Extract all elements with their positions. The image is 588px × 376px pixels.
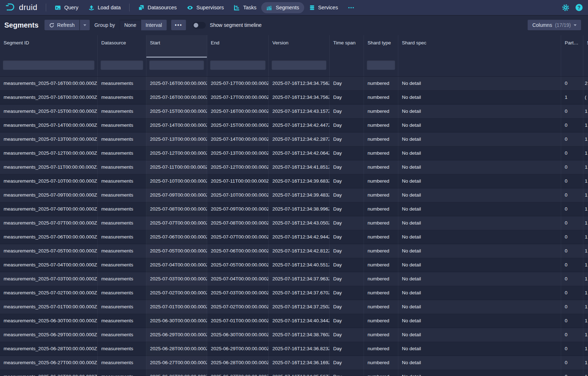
cell-end[interactable]: 2025-07-12T00:00:00.000Z bbox=[207, 160, 269, 174]
column-header-shard_type[interactable]: Shard type bbox=[364, 35, 398, 58]
cell-partition[interactable]: 0 bbox=[561, 146, 583, 160]
cell-time_span[interactable]: Day bbox=[330, 230, 364, 244]
cell-time_span[interactable]: Day bbox=[330, 258, 364, 272]
cell-shard_type[interactable]: numbered bbox=[364, 216, 398, 230]
cell-segment_id[interactable]: measurements_2025-07-07T00:00:00.000Z... bbox=[0, 216, 98, 230]
cell-shard_spec[interactable]: No detail bbox=[398, 146, 561, 160]
cell-shard_type[interactable]: numbered bbox=[364, 174, 398, 188]
cell-size[interactable]: 1 bbox=[583, 244, 588, 258]
cell-time_span[interactable]: Day bbox=[330, 314, 364, 328]
cell-datasource[interactable]: measurements bbox=[98, 258, 146, 272]
filter-input-end[interactable] bbox=[210, 60, 266, 70]
cell-time_span[interactable]: Day bbox=[330, 188, 364, 202]
cell-segment_id[interactable]: measurements_2025-07-02T00:00:00.000Z... bbox=[0, 286, 98, 300]
cell-shard_spec[interactable]: No detail bbox=[398, 119, 561, 132]
cell-partition[interactable]: 0 bbox=[561, 202, 583, 216]
cell-segment_id[interactable]: measurements_2025-06-27T00:00:00.000Z... bbox=[0, 356, 98, 370]
druid-brand[interactable]: druid bbox=[5, 1, 37, 14]
cell-datasource[interactable]: measurements bbox=[98, 342, 146, 356]
cell-shard_spec[interactable]: No detail bbox=[398, 132, 561, 146]
cell-shard_spec[interactable]: No detail bbox=[398, 244, 561, 258]
column-header-version[interactable]: Version bbox=[269, 35, 330, 58]
cell-end[interactable]: 2025-07-16T00:00:00.000Z bbox=[207, 105, 269, 119]
cell-partition[interactable]: 0 bbox=[561, 174, 583, 188]
cell-version[interactable]: 2025-07-16T12:34:42.944Z bbox=[269, 230, 330, 244]
cell-partition[interactable]: 0 bbox=[561, 244, 583, 258]
cell-time_span[interactable]: Day bbox=[330, 300, 364, 314]
cell-shard_spec[interactable]: No detail bbox=[398, 328, 561, 342]
column-header-time_span[interactable]: Time span bbox=[330, 35, 364, 58]
cell-segment_id[interactable]: measurements_2025-07-12T00:00:00.000Z... bbox=[0, 146, 98, 160]
cell-shard_spec[interactable]: No detail bbox=[398, 314, 561, 328]
cell-shard_type[interactable]: numbered bbox=[364, 119, 398, 132]
cell-datasource[interactable]: measurements bbox=[98, 188, 146, 202]
cell-segment_id[interactable]: measurements_2025-07-03T00:00:00.000Z... bbox=[0, 272, 98, 286]
filter-input-shard_type[interactable] bbox=[367, 60, 395, 70]
cell-datasource[interactable]: measurements bbox=[98, 216, 146, 230]
cell-segment_id[interactable]: measurements_2025-07-09T00:00:00.000Z... bbox=[0, 188, 98, 202]
cell-datasource[interactable]: measurements bbox=[98, 174, 146, 188]
cell-end[interactable]: 2025-07-17T00:00:00.000Z bbox=[207, 91, 269, 105]
cell-segment_id[interactable]: measurements_2025-06-26T00:00:00.000Z... bbox=[0, 370, 98, 376]
column-header-datasource[interactable]: Datasource bbox=[98, 35, 146, 58]
cell-start[interactable]: 2025-07-08T00:00:00.000Z bbox=[146, 202, 207, 216]
cell-end[interactable]: 2025-07-13T00:00:00.000Z bbox=[207, 146, 269, 160]
group-by-interval-button[interactable]: Interval bbox=[141, 20, 167, 30]
cell-size[interactable]: 1 bbox=[583, 174, 588, 188]
cell-end[interactable]: 2025-07-05T00:00:00.000Z bbox=[207, 258, 269, 272]
cell-start[interactable]: 2025-07-01T00:00:00.000Z bbox=[146, 300, 207, 314]
cell-datasource[interactable]: measurements bbox=[98, 356, 146, 370]
column-header-shard_spec[interactable]: Shard spec bbox=[398, 35, 561, 58]
cell-segment_id[interactable]: measurements_2025-07-15T00:00:00.000Z... bbox=[0, 105, 98, 119]
cell-shard_spec[interactable]: No detail bbox=[398, 105, 561, 119]
cell-end[interactable]: 2025-07-11T00:00:00.000Z bbox=[207, 174, 269, 188]
cell-datasource[interactable]: measurements bbox=[98, 314, 146, 328]
cell-size[interactable]: 1 bbox=[583, 216, 588, 230]
cell-shard_type[interactable]: numbered bbox=[364, 258, 398, 272]
cell-start[interactable]: 2025-06-29T00:00:00.000Z bbox=[146, 328, 207, 342]
filter-input-segment_id[interactable] bbox=[3, 60, 94, 70]
cell-datasource[interactable]: measurements bbox=[98, 146, 146, 160]
cell-version[interactable]: 2025-07-16T12:34:37.670Z bbox=[269, 286, 330, 300]
cell-size[interactable]: 1 bbox=[583, 258, 588, 272]
cell-shard_spec[interactable]: No detail bbox=[398, 216, 561, 230]
cell-shard_type[interactable]: numbered bbox=[364, 314, 398, 328]
cell-time_span[interactable]: Day bbox=[330, 105, 364, 119]
cell-time_span[interactable]: Day bbox=[330, 272, 364, 286]
cell-version[interactable]: 2025-07-16T12:34:35.567Z bbox=[269, 370, 330, 376]
cell-segment_id[interactable]: measurements_2025-06-30T00:00:00.000Z... bbox=[0, 314, 98, 328]
cell-end[interactable]: 2025-07-01T00:00:00.000Z bbox=[207, 314, 269, 328]
cell-version[interactable]: 2025-07-16T12:34:42.812Z bbox=[269, 244, 330, 258]
cell-end[interactable]: 2025-07-17T00:00:00.000Z bbox=[207, 77, 269, 91]
cell-size[interactable]: 1 bbox=[583, 188, 588, 202]
cell-shard_type[interactable]: numbered bbox=[364, 286, 398, 300]
cell-datasource[interactable]: measurements bbox=[98, 202, 146, 216]
cell-version[interactable]: 2025-07-16T12:34:40.344Z bbox=[269, 314, 330, 328]
cell-partition[interactable]: 0 bbox=[561, 314, 583, 328]
cell-partition[interactable]: 0 bbox=[561, 272, 583, 286]
cell-start[interactable]: 2025-07-11T00:00:00.000Z bbox=[146, 160, 207, 174]
cell-version[interactable]: 2025-07-16T12:34:43.157Z bbox=[269, 105, 330, 119]
cell-time_span[interactable]: Day bbox=[330, 244, 364, 258]
cell-datasource[interactable]: measurements bbox=[98, 91, 146, 105]
cell-size[interactable]: 1 bbox=[583, 356, 588, 370]
cell-shard_type[interactable]: numbered bbox=[364, 272, 398, 286]
cell-time_span[interactable]: Day bbox=[330, 202, 364, 216]
cell-size[interactable]: 1 bbox=[583, 202, 588, 216]
cell-version[interactable]: 2025-07-16T12:34:42.064Z bbox=[269, 146, 330, 160]
cell-size[interactable]: 1 bbox=[583, 160, 588, 174]
cell-version[interactable]: 2025-07-16T12:34:36.169Z bbox=[269, 356, 330, 370]
cell-time_span[interactable]: Day bbox=[330, 77, 364, 91]
cell-time_span[interactable]: Day bbox=[330, 132, 364, 146]
cell-segment_id[interactable]: measurements_2025-07-16T00:00:00.000Z... bbox=[0, 91, 98, 105]
cell-segment_id[interactable]: measurements_2025-07-05T00:00:00.000Z... bbox=[0, 244, 98, 258]
cell-shard_type[interactable]: numbered bbox=[364, 146, 398, 160]
cell-start[interactable]: 2025-07-16T00:00:00.000Z bbox=[146, 77, 207, 91]
column-header-partition[interactable]: Partiti... bbox=[561, 35, 583, 58]
cell-datasource[interactable]: measurements bbox=[98, 132, 146, 146]
cell-shard_spec[interactable]: No detail bbox=[398, 370, 561, 376]
cell-partition[interactable]: 0 bbox=[561, 132, 583, 146]
cell-shard_type[interactable]: numbered bbox=[364, 370, 398, 376]
cell-version[interactable]: 2025-07-16T12:34:42.287Z bbox=[269, 132, 330, 146]
cell-segment_id[interactable]: measurements_2025-07-16T00:00:00.000Z... bbox=[0, 77, 98, 91]
